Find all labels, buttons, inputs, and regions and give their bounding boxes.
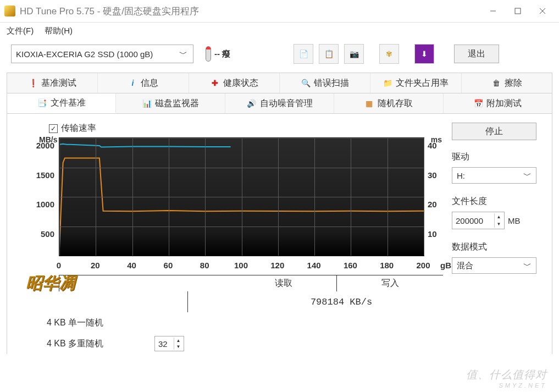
tab-error-scan[interactable]: 🔍错误扫描 <box>280 73 370 93</box>
tab-row-2: 📑文件基准 📊磁盘监视器 🔊自动噪音管理 ▦随机存取 📅附加测试 <box>7 93 552 114</box>
chart-area: MB/s ms gB 02040608010012014016018020050… <box>23 137 443 256</box>
temperature-display: -- 癈 <box>206 46 266 62</box>
qd-value: 32 <box>158 339 168 349</box>
drive-label: 驱动 <box>452 151 536 163</box>
x-tick: 140 <box>307 261 321 270</box>
screenshot-button[interactable]: 📷 <box>344 44 364 64</box>
y-right-tick: 40 <box>428 141 443 150</box>
copy-text-icon: 📄 <box>298 49 308 59</box>
x-axis-unit: gB <box>440 261 451 270</box>
tab-benchmark[interactable]: ❗基准测试 <box>7 73 98 93</box>
stop-button[interactable]: 停止 <box>452 123 536 140</box>
y-right-tick: 20 <box>428 200 443 209</box>
tab-folder-usage[interactable]: 📁文件夹占用率 <box>370 73 461 93</box>
menu-bar: 文件(F) 帮助(H) <box>0 23 559 41</box>
tab-aam[interactable]: 🔊自动噪音管理 <box>225 93 334 113</box>
settings-button[interactable]: ✾ <box>379 44 399 64</box>
menu-file[interactable]: 文件(F) <box>7 26 34 36</box>
content-area: ✓ 传输速率 MB/s ms gB 0204060801001201401601… <box>7 114 552 354</box>
x-tick: 180 <box>380 261 394 270</box>
tab-extra-tests[interactable]: 📅附加测试 <box>444 93 552 113</box>
x-tick: 200 <box>416 261 430 270</box>
side-panel: 停止 驱动 H: ﹀ 文件长度 200000 ▲▼ MB 数据模式 混合 ﹀ <box>443 123 536 354</box>
file-length-input[interactable]: 200000 ▲▼ <box>452 212 505 229</box>
transfer-rate-checkbox[interactable]: ✓ 传输速率 <box>49 123 443 134</box>
row-sequential: 顺序 798184 KB/s <box>39 291 443 312</box>
toolbar: KIOXIA-EXCERIA G2 SSD (1000 gB) ﹀ -- 癈 📄… <box>0 41 559 69</box>
watermark-logo: 昭华凋 <box>26 272 75 295</box>
plus-icon: ✚ <box>210 78 220 88</box>
svg-rect-1 <box>515 8 521 14</box>
chevron-down-icon: ﹀ <box>523 261 532 271</box>
save-button[interactable]: ⬇ <box>414 44 434 64</box>
tabs-container: ❗基准测试 i信息 ✚健康状态 🔍错误扫描 📁文件夹占用率 🗑擦除 📑文件基准 … <box>7 73 552 354</box>
menu-help[interactable]: 帮助(H) <box>45 26 73 36</box>
chart-canvas <box>59 137 424 256</box>
spinner-arrows[interactable]: ▲▼ <box>174 338 182 350</box>
data-mode-select[interactable]: 混合 ﹀ <box>452 257 536 274</box>
x-tick: 60 <box>164 261 173 270</box>
queue-depth-spinner[interactable]: 32 ▲▼ <box>154 336 184 351</box>
exclaim-icon: ❗ <box>28 78 38 88</box>
chevron-down-icon: ﹀ <box>179 49 187 59</box>
gear-icon: ✾ <box>384 49 394 59</box>
exit-button[interactable]: 退出 <box>454 45 499 63</box>
footer-watermark: 值、什么值得对 SMYZ.NET <box>466 367 547 389</box>
y-right-tick: 10 <box>428 229 443 238</box>
x-tick: 20 <box>91 261 100 270</box>
tab-row-1: ❗基准测试 i信息 ✚健康状态 🔍错误扫描 📁文件夹占用率 🗑擦除 <box>7 73 552 93</box>
read-write-header: 读取 写入 <box>59 275 443 291</box>
tab-disk-monitor[interactable]: 📊磁盘监视器 <box>116 93 225 113</box>
drive-letter-value: H: <box>457 171 465 180</box>
tab-file-benchmark[interactable]: 📑文件基准 <box>7 93 116 113</box>
tab-info[interactable]: i信息 <box>98 73 189 93</box>
row-4k-multi: 4 KB 多重随机 32 ▲▼ <box>39 333 443 354</box>
title-bar: HD Tune Pro 5.75 - 硬盘/固态硬盘实用程序 <box>0 0 559 22</box>
x-tick: 80 <box>200 261 209 270</box>
rand4k-single-label: 4 KB 单一随机 <box>39 317 154 329</box>
maximize-button[interactable] <box>505 3 530 19</box>
app-icon <box>4 5 15 16</box>
transfer-rate-label: 传输速率 <box>61 123 96 134</box>
y-left-tick: 1500 <box>23 170 54 179</box>
minimize-button[interactable] <box>480 3 505 19</box>
file-length-unit: MB <box>508 216 521 225</box>
copy-info-button[interactable]: 📋 <box>319 44 339 64</box>
camera-icon: 📷 <box>349 49 359 59</box>
drive-select-text: KIOXIA-EXCERIA G2 SSD (1000 gB) <box>16 49 153 59</box>
exit-label: 退出 <box>468 48 485 60</box>
spinner-arrows[interactable]: ▲▼ <box>494 213 503 228</box>
thermometer-icon <box>206 46 211 62</box>
magnifier-icon: 🔍 <box>301 78 311 88</box>
save-arrow-icon: ⬇ <box>419 49 429 59</box>
trash-icon: 🗑 <box>491 78 501 88</box>
grid-icon: ▦ <box>364 98 374 108</box>
x-tick: 120 <box>270 261 284 270</box>
y-right-tick: 30 <box>428 170 443 179</box>
x-tick: 100 <box>234 261 248 270</box>
folder-icon: 📁 <box>383 78 392 88</box>
drive-letter-select[interactable]: H: ﹀ <box>452 167 536 184</box>
checkbox-box: ✓ <box>49 124 58 133</box>
write-header: 写入 <box>337 275 443 291</box>
tab-random-access[interactable]: ▦随机存取 <box>334 93 443 113</box>
x-tick: 40 <box>127 261 136 270</box>
file-length-label: 文件长度 <box>452 196 536 207</box>
row-4k-single: 4 KB 单一随机 <box>39 312 443 333</box>
data-mode-label: 数据模式 <box>452 241 536 253</box>
x-tick: 0 <box>57 261 61 270</box>
write-seq-value: 798184 KB/s <box>240 297 443 307</box>
window-title: HD Tune Pro 5.75 - 硬盘/固态硬盘实用程序 <box>20 5 199 18</box>
y-left-tick: 1000 <box>23 200 54 209</box>
y-left-tick: 500 <box>23 229 54 238</box>
file-length-value: 200000 <box>456 216 483 225</box>
speaker-icon: 🔊 <box>247 98 257 108</box>
copy-text-button[interactable]: 📄 <box>294 44 313 64</box>
tab-health[interactable]: ✚健康状态 <box>189 73 280 93</box>
rand4k-multi-label: 4 KB 多重随机 <box>39 338 154 350</box>
chevron-down-icon: ﹀ <box>523 170 532 181</box>
drive-select[interactable]: KIOXIA-EXCERIA G2 SSD (1000 gB) ﹀ <box>11 45 193 63</box>
tab-erase[interactable]: 🗑擦除 <box>462 73 552 93</box>
y-left-tick: 2000 <box>23 141 54 150</box>
close-button[interactable] <box>530 3 555 19</box>
